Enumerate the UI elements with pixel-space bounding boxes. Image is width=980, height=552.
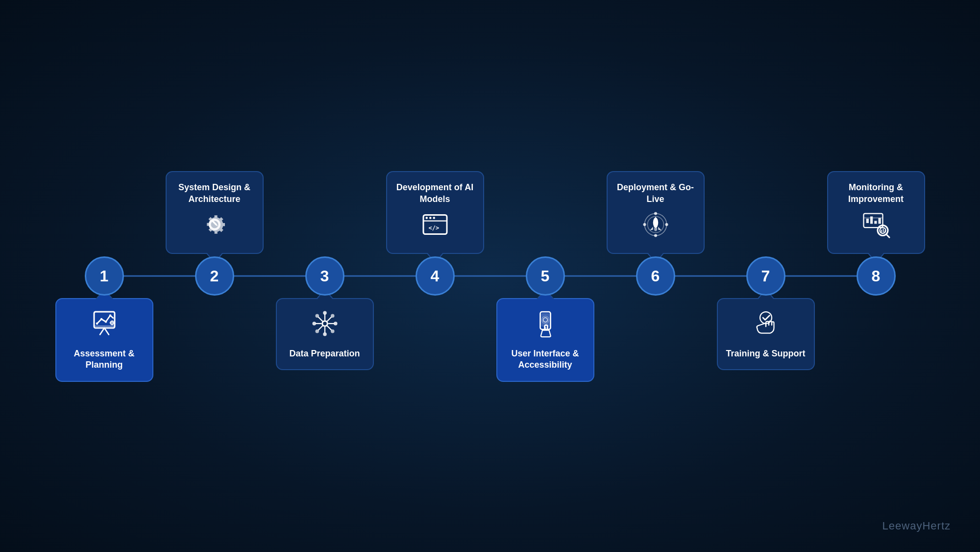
svg-rect-30 xyxy=(882,228,883,232)
card-training-label: Training & Support xyxy=(726,348,806,359)
top-cards-row: System Design & Architecture xyxy=(49,117,931,254)
svg-line-52 xyxy=(327,317,331,322)
svg-point-60 xyxy=(331,314,335,318)
card-ui-access-label: User Interface & Accessibility xyxy=(505,348,586,371)
svg-point-19 xyxy=(643,223,646,226)
svg-point-55 xyxy=(323,332,327,336)
card-system-design: System Design & Architecture xyxy=(166,171,264,254)
card-deployment-label: Deployment & Go-Live xyxy=(615,182,696,205)
svg-marker-13 xyxy=(650,227,653,231)
svg-rect-23 xyxy=(870,217,873,224)
svg-line-50 xyxy=(318,317,322,322)
svg-rect-24 xyxy=(874,221,877,224)
data-hub-icon xyxy=(310,309,340,342)
card-training: Training & Support xyxy=(717,298,815,370)
svg-line-39 xyxy=(104,328,109,335)
svg-marker-14 xyxy=(658,227,662,231)
card-data-prep-label: Data Preparation xyxy=(289,348,360,359)
svg-point-36 xyxy=(109,314,111,317)
svg-rect-32 xyxy=(94,312,115,328)
svg-point-59 xyxy=(331,329,335,333)
svg-line-38 xyxy=(100,328,104,335)
card-ui-access: User Interface & Accessibility xyxy=(496,298,594,382)
bottom-cards-row: Assessment & Planning xyxy=(49,298,931,435)
svg-point-34 xyxy=(100,318,102,321)
svg-point-33 xyxy=(96,323,98,325)
svg-point-58 xyxy=(315,314,319,318)
card-data-prep: Data Preparation xyxy=(276,298,374,370)
svg-point-16 xyxy=(654,212,657,215)
hand-award-icon xyxy=(751,309,781,342)
step-6-circle: 6 xyxy=(636,256,675,296)
svg-line-28 xyxy=(886,234,889,237)
card-dev-ai: Development of AI Models </> xyxy=(386,171,484,254)
step-3-circle: 3 xyxy=(305,256,344,296)
diagram: System Design & Architecture xyxy=(49,117,931,435)
code-window-icon: </> xyxy=(420,210,450,243)
number-line: 1 2 3 4 5 6 7 8 xyxy=(49,254,931,298)
step-8-circle: 8 xyxy=(857,256,896,296)
svg-rect-22 xyxy=(866,219,868,223)
svg-rect-25 xyxy=(878,218,881,224)
svg-point-17 xyxy=(665,223,668,226)
svg-point-56 xyxy=(312,322,316,326)
step-5-circle: 5 xyxy=(526,256,565,296)
step-1-circle: 1 xyxy=(85,256,124,296)
svg-point-57 xyxy=(334,322,338,326)
gear-pencil-icon xyxy=(200,210,229,243)
timeline-area: System Design & Architecture xyxy=(49,117,931,435)
svg-line-51 xyxy=(327,326,331,330)
watermark: LeewayHertz xyxy=(882,520,951,532)
step-7-circle: 7 xyxy=(746,256,785,296)
svg-point-45 xyxy=(323,322,327,326)
svg-point-7 xyxy=(433,217,435,219)
step-2-circle: 2 xyxy=(195,256,234,296)
card-assessment-label: Assessment & Planning xyxy=(64,348,145,371)
card-monitoring: Monitoring & Improvement xyxy=(827,171,925,254)
svg-line-53 xyxy=(318,326,322,330)
svg-point-61 xyxy=(315,329,319,333)
svg-point-54 xyxy=(323,311,327,315)
chart-presentation-icon xyxy=(90,309,119,342)
svg-text:</>: </> xyxy=(428,225,439,231)
svg-point-15 xyxy=(654,227,657,231)
svg-point-18 xyxy=(654,234,657,237)
card-deployment: Deployment & Go-Live xyxy=(607,171,705,254)
svg-point-6 xyxy=(429,217,432,219)
step-4-circle: 4 xyxy=(416,256,455,296)
svg-rect-29 xyxy=(881,230,882,232)
svg-rect-31 xyxy=(884,230,885,232)
svg-point-5 xyxy=(425,217,428,219)
card-dev-ai-label: Development of AI Models xyxy=(395,182,475,205)
svg-point-35 xyxy=(104,321,107,323)
card-assessment: Assessment & Planning xyxy=(55,298,153,382)
card-monitoring-label: Monitoring & Improvement xyxy=(836,182,916,205)
rocket-icon xyxy=(641,210,670,243)
chart-search-icon xyxy=(861,210,891,243)
card-system-design-label: System Design & Architecture xyxy=(174,182,255,205)
mobile-touch-icon xyxy=(531,309,560,342)
